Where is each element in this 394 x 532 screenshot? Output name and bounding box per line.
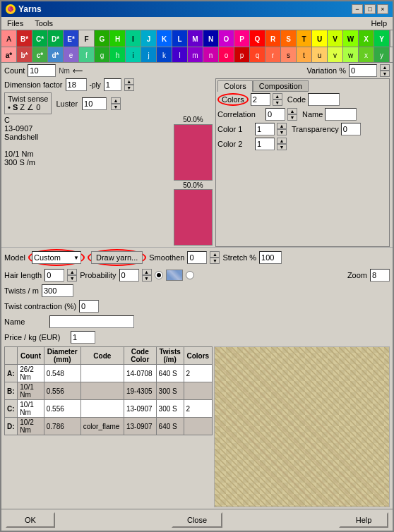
correlation-input[interactable] (265, 108, 285, 121)
tab-x2[interactable]: x (359, 47, 374, 63)
smoothen-down[interactable]: ▼ (210, 258, 220, 264)
tab-r[interactable]: r (265, 47, 281, 63)
tab-A[interactable]: A (1, 30, 17, 47)
close-button[interactable]: × (377, 4, 388, 14)
tab-c[interactable]: c* (32, 47, 48, 63)
code-input[interactable] (308, 93, 340, 106)
draw-yarn-button[interactable]: Draw yarn... (91, 251, 143, 264)
smoothen-up[interactable]: ▲ (210, 251, 220, 258)
table-row[interactable]: D: 10/2Nm 0.786 color_flame 13-0907 640 … (5, 418, 213, 435)
tab-F[interactable]: F (79, 30, 95, 47)
tab-v[interactable]: v (328, 47, 343, 63)
tab-hash[interactable]: # (390, 30, 393, 47)
model-combo[interactable]: Custom ▼ (32, 251, 81, 264)
tab-i[interactable]: i (126, 47, 141, 63)
tab-B[interactable]: B* (17, 30, 32, 47)
color1-down[interactable]: ▼ (277, 129, 287, 135)
tab-f[interactable]: f (79, 47, 95, 63)
ply-down[interactable]: ▼ (124, 85, 134, 91)
tab-G[interactable]: G (95, 30, 110, 47)
tab-K[interactable]: K (157, 30, 172, 47)
close-button-footer[interactable]: Close (172, 512, 222, 528)
color2-spinner[interactable]: ▲ ▼ (277, 138, 287, 150)
table-row[interactable]: C: 10/1Nm 0.556 13-0907 300 S 2 (5, 400, 213, 418)
dimension-input[interactable] (66, 78, 87, 91)
tab-Y[interactable]: Y (374, 30, 390, 47)
colors-count-input[interactable] (251, 93, 270, 106)
tab-J[interactable]: J (141, 30, 157, 47)
probability-input[interactable] (119, 269, 139, 282)
tab-V[interactable]: V (328, 30, 343, 47)
radio-filled[interactable] (155, 271, 163, 279)
transparency-input[interactable] (341, 123, 361, 135)
variation-spinner[interactable]: ▲ ▼ (380, 64, 390, 77)
ply-input[interactable] (104, 78, 121, 91)
menu-help[interactable]: Help (368, 18, 390, 28)
twist-0[interactable]: 0 (36, 103, 40, 111)
count-input[interactable] (28, 64, 56, 77)
zoom-input[interactable] (370, 269, 390, 282)
hair-length-input[interactable] (44, 269, 64, 282)
name-input[interactable] (325, 108, 357, 121)
tab-n[interactable]: n (203, 47, 219, 63)
hair-length-down[interactable]: ▼ (67, 275, 77, 282)
tab-b[interactable]: b* (17, 47, 32, 63)
tab-u[interactable]: u (312, 47, 328, 63)
help-button[interactable]: Help (339, 512, 388, 528)
twist-z[interactable]: Z (20, 103, 25, 111)
menu-tools[interactable]: Tools (32, 18, 56, 28)
tab-P[interactable]: P (234, 30, 250, 47)
correlation-spinner[interactable]: ▲ ▼ (287, 108, 297, 121)
tab-D[interactable]: D* (48, 30, 64, 47)
twist-contraction-input[interactable] (79, 300, 99, 313)
tab-S[interactable]: S (281, 30, 297, 47)
tab-g[interactable]: g (95, 47, 110, 63)
tab-I[interactable]: I (126, 30, 141, 47)
color2-up[interactable]: ▲ (277, 138, 287, 144)
tab-q[interactable]: q (250, 47, 265, 63)
tab-h[interactable]: h (110, 47, 126, 63)
twists-input[interactable] (42, 284, 73, 297)
tab-d[interactable]: d* (48, 47, 64, 63)
color2-input[interactable] (255, 138, 275, 150)
variation-up[interactable]: ▲ (380, 64, 390, 71)
tab-composition[interactable]: Composition (253, 80, 309, 92)
tab-j[interactable]: j (141, 47, 157, 63)
luster-down[interactable]: ▼ (111, 104, 121, 110)
table-row[interactable]: A: 26/2Nm 0.548 14-0708 640 S 2 (5, 365, 213, 382)
tab-k[interactable]: k (157, 47, 172, 63)
tab-m[interactable]: m (188, 47, 203, 63)
color1-up[interactable]: ▲ (277, 123, 287, 129)
variation-down[interactable]: ▼ (380, 71, 390, 77)
tab-H[interactable]: H (110, 30, 126, 47)
menu-files[interactable]: Files (4, 18, 26, 28)
tab-t[interactable]: t (297, 47, 312, 63)
variation-input[interactable] (349, 64, 377, 77)
twist-s[interactable]: S (13, 103, 18, 111)
radio-empty[interactable] (186, 271, 194, 279)
tab-l[interactable]: l (172, 47, 188, 63)
luster-input[interactable] (82, 97, 107, 110)
tab-U[interactable]: U (312, 30, 328, 47)
price-input[interactable] (71, 331, 95, 344)
hair-length-spinner[interactable]: ▲ ▼ (67, 269, 77, 282)
tab-W[interactable]: W (343, 30, 359, 47)
ply-spinner[interactable]: ▲ ▼ (124, 78, 134, 91)
colors-count-down[interactable]: ▼ (273, 99, 282, 106)
minimize-button[interactable]: − (352, 4, 363, 14)
tab-p[interactable]: p (234, 47, 250, 63)
tab-C[interactable]: C* (32, 30, 48, 47)
stretch-input[interactable] (259, 251, 282, 264)
tab-N[interactable]: N (203, 30, 219, 47)
smoothen-input[interactable] (187, 251, 207, 264)
yarn-name-input[interactable] (49, 315, 134, 328)
tab-colors[interactable]: Colors (217, 80, 253, 92)
tab-Q[interactable]: Q (250, 30, 265, 47)
tab-E[interactable]: E* (64, 30, 79, 47)
colors-count-spinner[interactable]: ▲ ▼ (273, 93, 282, 106)
tab-M[interactable]: M (188, 30, 203, 47)
luster-spinner[interactable]: ▲ ▼ (111, 97, 121, 110)
tab-y2[interactable]: y (374, 47, 390, 63)
correlation-down[interactable]: ▼ (287, 114, 297, 121)
tab-L[interactable]: L (172, 30, 188, 47)
